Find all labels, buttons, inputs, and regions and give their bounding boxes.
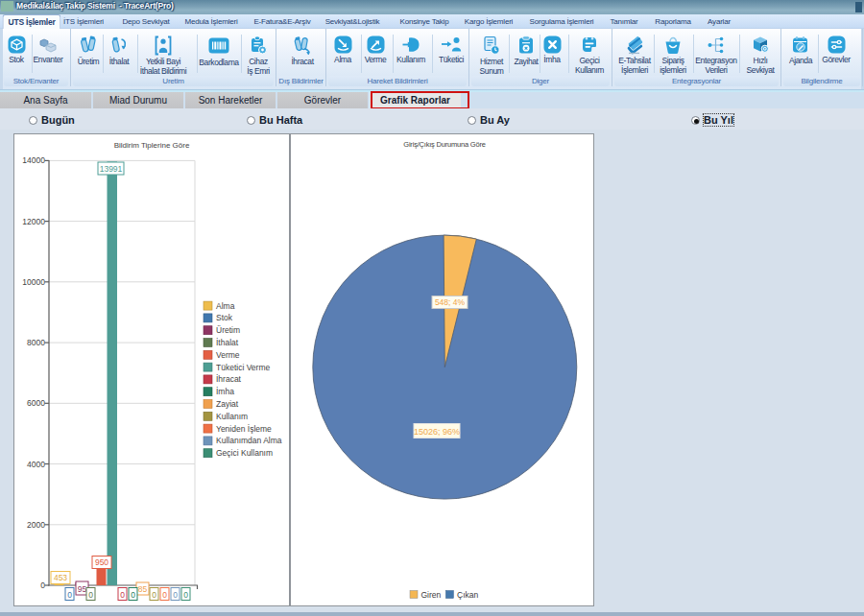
svg-text:6000: 6000 bbox=[27, 398, 45, 408]
svg-text:İhracat: İhracat bbox=[216, 374, 242, 384]
svg-text:0: 0 bbox=[88, 590, 93, 600]
svg-text:548; 4%: 548; 4% bbox=[435, 297, 466, 307]
svg-text:Tüketici Verme: Tüketici Verme bbox=[216, 363, 270, 372]
svg-text:12000: 12000 bbox=[22, 217, 45, 226]
svg-text:13991: 13991 bbox=[100, 164, 123, 174]
svg-text:2000: 2000 bbox=[27, 520, 45, 530]
svg-text:Stok: Stok bbox=[216, 313, 233, 322]
svg-text:0: 0 bbox=[152, 590, 156, 600]
svg-text:0: 0 bbox=[183, 590, 188, 600]
svg-text:0: 0 bbox=[120, 590, 125, 600]
svg-text:İmha: İmha bbox=[216, 387, 234, 396]
svg-text:Kullanımdan Alma: Kullanımdan Alma bbox=[216, 436, 282, 445]
svg-text:Yeniden İşleme: Yeniden İşleme bbox=[216, 424, 272, 434]
svg-text:0: 0 bbox=[162, 590, 167, 600]
svg-text:95: 95 bbox=[78, 584, 87, 594]
svg-text:453: 453 bbox=[54, 573, 67, 582]
svg-text:4000: 4000 bbox=[27, 460, 45, 469]
svg-text:Bildirim Tiplerine Göre: Bildirim Tiplerine Göre bbox=[114, 141, 190, 150]
svg-text:Geçici Kullanım: Geçici Kullanım bbox=[216, 448, 273, 458]
svg-text:14000: 14000 bbox=[22, 155, 45, 165]
svg-text:950: 950 bbox=[95, 557, 108, 567]
svg-text:Zayiat: Zayiat bbox=[216, 399, 239, 409]
svg-text:Alma: Alma bbox=[216, 301, 235, 311]
svg-text:0: 0 bbox=[131, 590, 135, 600]
svg-text:Çıkan: Çıkan bbox=[457, 590, 478, 600]
svg-text:Kullanım: Kullanım bbox=[216, 412, 248, 421]
svg-text:15026; 96%: 15026; 96% bbox=[414, 427, 460, 437]
svg-text:Üretim: Üretim bbox=[216, 325, 240, 335]
svg-text:Giren: Giren bbox=[421, 590, 442, 600]
svg-text:İthalat: İthalat bbox=[216, 338, 239, 347]
svg-text:0: 0 bbox=[173, 590, 178, 600]
svg-text:10000: 10000 bbox=[22, 277, 45, 287]
svg-text:Giriş/Çıkış Durumuna Göre: Giriş/Çıkış Durumuna Göre bbox=[403, 140, 485, 149]
svg-text:0: 0 bbox=[67, 590, 72, 600]
svg-text:Verme: Verme bbox=[216, 350, 240, 360]
svg-text:8000: 8000 bbox=[27, 338, 45, 347]
svg-text:85: 85 bbox=[138, 584, 148, 594]
